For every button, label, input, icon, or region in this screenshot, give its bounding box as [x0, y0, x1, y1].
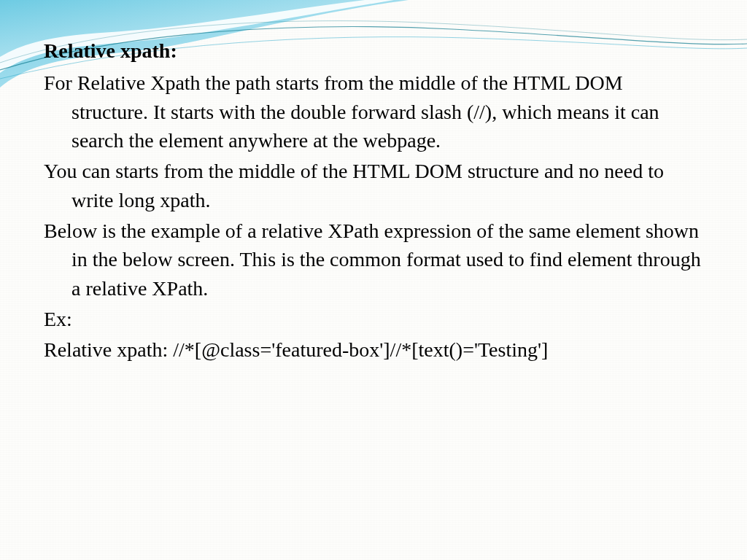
paragraph: Ex: [44, 305, 703, 334]
paragraph: Relative xpath: //*[@class='featured-box… [44, 335, 703, 365]
slide-title: Relative xpath: [44, 36, 703, 66]
paragraph: Below is the example of a relative XPath… [44, 217, 703, 303]
paragraph: You can starts from the middle of the HT… [44, 157, 703, 215]
paragraph: For Relative Xpath the path starts from … [44, 69, 703, 155]
slide-body: Relative xpath: For Relative Xpath the p… [0, 0, 747, 393]
